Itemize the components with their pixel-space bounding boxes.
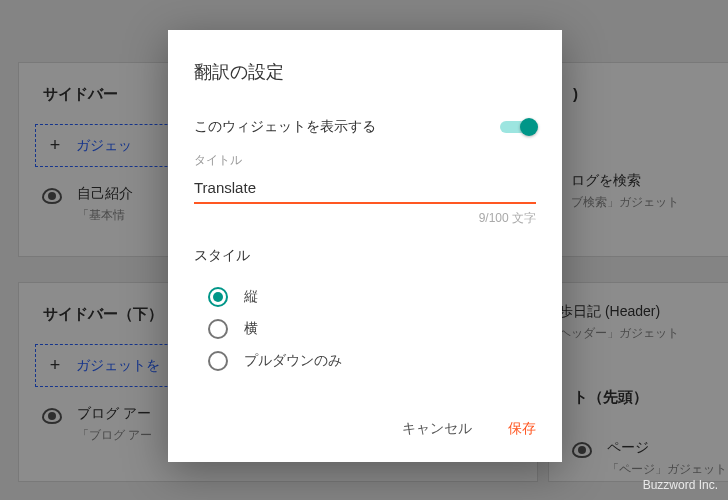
title-field-label: タイトル [194, 152, 536, 169]
cancel-button[interactable]: キャンセル [398, 414, 476, 444]
style-option-horizontal[interactable]: 横 [194, 313, 536, 345]
show-widget-toggle[interactable] [500, 118, 536, 136]
radio-label: 縦 [244, 288, 258, 306]
char-counter: 9/100 文字 [194, 210, 536, 227]
radio-icon [208, 351, 228, 371]
radio-label: プルダウンのみ [244, 352, 342, 370]
title-input[interactable] [194, 175, 536, 204]
radio-icon [208, 287, 228, 307]
show-widget-label: このウィジェットを表示する [194, 118, 376, 136]
style-option-dropdown[interactable]: プルダウンのみ [194, 345, 536, 377]
copyright: Buzzword Inc. [643, 478, 718, 492]
radio-label: 横 [244, 320, 258, 338]
modal-title: 翻訳の設定 [194, 60, 536, 84]
translate-settings-modal: 翻訳の設定 このウィジェットを表示する タイトル 9/100 文字 スタイル 縦… [168, 30, 562, 462]
style-option-vertical[interactable]: 縦 [194, 281, 536, 313]
radio-icon [208, 319, 228, 339]
style-section-label: スタイル [194, 247, 536, 265]
save-button[interactable]: 保存 [504, 414, 540, 444]
